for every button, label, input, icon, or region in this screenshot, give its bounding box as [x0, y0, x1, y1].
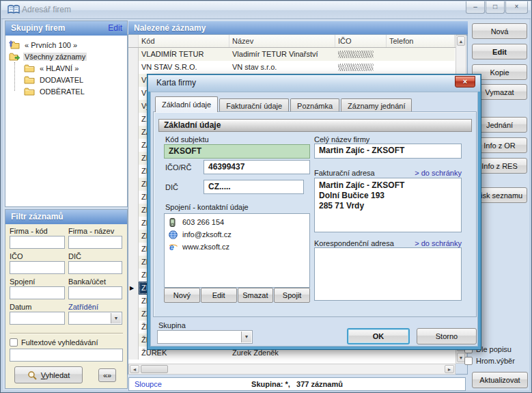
row-gutter — [128, 308, 139, 321]
filter-separator — [10, 333, 123, 334]
filter-input[interactable] — [68, 286, 122, 299]
tree-item[interactable]: ODBĚRATEL — [5, 85, 127, 97]
magnifier-icon — [27, 370, 37, 380]
contact-item[interactable]: info@zksoft.cz — [165, 228, 309, 241]
filter-panel-title: Filtr záznamů — [11, 212, 64, 221]
table-row[interactable]: VN STAV S.R.O.VN stav s.r.o. — [128, 61, 456, 74]
contact-smazat-button[interactable]: Smazat — [238, 288, 274, 303]
dialog-close-icon[interactable]: × — [455, 76, 475, 87]
tree-item-label: « HLAVNÍ » — [38, 64, 80, 72]
contact-item[interactable]: 603 266 154 — [165, 216, 309, 228]
update-button[interactable]: Aktualizovat — [472, 372, 528, 388]
contact-spojit-button[interactable]: Spojit — [274, 288, 310, 303]
bulk-select-checkbox[interactable] — [464, 357, 473, 365]
hscroll-thumb[interactable] — [141, 365, 168, 373]
subject-code-field[interactable]: ZKSOFT — [164, 144, 310, 159]
svg-text:e: e — [169, 243, 174, 252]
window-titlebar — [1, 1, 531, 19]
ico-label: IČO/RČ — [165, 163, 192, 172]
ico-field[interactable]: 46399437 — [204, 160, 310, 174]
chevron-down-icon[interactable]: ▼ — [111, 313, 121, 323]
minimize-button[interactable]: – — [466, 1, 485, 14]
scroll-left-icon[interactable]: ◄ — [130, 365, 139, 373]
row-gutter — [128, 321, 139, 334]
invoice-address-label: Fakturační adresa — [314, 169, 375, 177]
row-gutter — [128, 334, 139, 347]
filter-input[interactable] — [68, 236, 122, 249]
tab-z-kladn-daje[interactable]: Základní údaje — [155, 96, 218, 112]
folder-icon — [24, 64, 36, 72]
column-header[interactable]: IČO — [335, 35, 387, 47]
contact-item[interactable]: ewww.zksoft.cz — [165, 241, 309, 253]
search-button[interactable]: Vyhledat — [14, 366, 83, 383]
close-button[interactable]: × — [505, 1, 528, 14]
cell-code: VN STAV S.R.O. — [139, 61, 229, 74]
collapse-panel-button[interactable]: «» — [98, 368, 116, 382]
filter-input[interactable] — [10, 236, 65, 249]
filter-input[interactable] — [68, 261, 122, 274]
tab-z-znamy-jedn-n-[interactable]: Záznamy jednání — [341, 98, 412, 112]
records-panel-title: Nalezené záznamy — [134, 23, 206, 33]
tree-item-label: « Prvních 100 » — [23, 41, 79, 49]
records-panel-header: Nalezené záznamy — [128, 21, 468, 36]
tree-item[interactable]: Všechny záznamy — [5, 51, 127, 62]
column-header[interactable]: Telefon — [387, 35, 455, 47]
columns-link[interactable]: Sloupce — [135, 380, 162, 388]
group-select[interactable]: ▼ — [157, 330, 253, 344]
contacts-listbox[interactable]: 603 266 154info@zksoft.czewww.zksoft.cz — [164, 213, 310, 288]
fulltext-input[interactable] — [10, 349, 123, 362]
contact-value: info@zksoft.cz — [182, 230, 232, 239]
row-gutter — [128, 61, 139, 74]
scroll-right-icon[interactable]: ► — [445, 365, 454, 373]
phone-icon — [169, 218, 178, 227]
tree-item[interactable]: « Prvních 100 » — [5, 39, 127, 51]
dic-label: DIČ — [165, 183, 178, 191]
filter-label: Banka/účet — [68, 277, 122, 286]
records-hscrollbar[interactable]: ◄ ► — [128, 364, 456, 375]
tree-item[interactable]: « HLAVNÍ » — [5, 62, 127, 74]
postal-address-box[interactable] — [314, 247, 462, 301]
row-gutter — [128, 165, 139, 178]
address-line: Martin Zajíc - ZKSOFT — [319, 180, 457, 191]
row-gutter — [128, 100, 139, 113]
cancel-button[interactable]: Storno — [417, 328, 477, 344]
maximize-button[interactable]: □ — [486, 1, 505, 14]
table-row[interactable]: VLADIMÍR TETURVladimír TETUR Vinařství — [128, 48, 456, 61]
invoice-address-box[interactable]: Martin Zajíc - ZKSOFTDolní Bučice 193285… — [314, 178, 462, 232]
scroll-up-icon[interactable]: ▲ — [457, 36, 465, 46]
filter-select-zatrideni[interactable]: ▼ — [68, 312, 122, 325]
email-icon — [169, 230, 178, 239]
chevron-down-icon[interactable]: ▼ — [241, 331, 251, 342]
postal-clipboard-link[interactable]: > do schránky — [399, 239, 462, 247]
row-gutter — [128, 48, 139, 61]
contact-edit-button[interactable]: Edit — [201, 288, 237, 303]
invoice-clipboard-link[interactable]: > do schránky — [399, 169, 462, 177]
column-header[interactable]: Kód — [139, 35, 229, 47]
ok-button[interactable]: OK — [347, 328, 410, 344]
filter-label: Zatřídění — [68, 303, 122, 312]
filter-input[interactable] — [10, 261, 65, 274]
tab-pozn-mka[interactable]: Poznámka — [290, 98, 339, 112]
groups-edit-link[interactable]: Edit — [108, 21, 122, 36]
filter-input[interactable] — [10, 286, 65, 299]
filter-input[interactable] — [10, 312, 65, 325]
contact-value: 603 266 154 — [182, 218, 224, 226]
filter-label: Spojení — [10, 277, 65, 286]
action-button-edit[interactable]: Edit — [472, 44, 527, 59]
filter-label: DIČ — [68, 252, 122, 261]
filter-label: IČO — [10, 252, 65, 261]
group-header: Základní údaje — [158, 119, 472, 132]
row-gutter — [128, 139, 139, 152]
redacted-value — [338, 51, 374, 58]
bulk-select-row: Hrom.výběr — [464, 357, 515, 365]
dic-field[interactable]: CZ..... — [204, 180, 304, 194]
fulltext-checkbox[interactable] — [10, 338, 18, 347]
company-name-field[interactable]: Martin Zajíc - ZKSOFT — [314, 144, 462, 159]
tab-faktura-n-daje[interactable]: Fakturační údaje — [219, 98, 289, 112]
contact-nov--button[interactable]: Nový — [164, 288, 200, 303]
tree-item[interactable]: DODAVATEL — [5, 74, 127, 85]
action-button-nov-[interactable]: Nová — [472, 23, 527, 39]
groups-panel-header: Skupiny firem Edit — [5, 21, 127, 36]
column-header-row: KódNázevIČOTelefon — [128, 35, 456, 48]
column-header[interactable]: Název — [229, 35, 335, 47]
